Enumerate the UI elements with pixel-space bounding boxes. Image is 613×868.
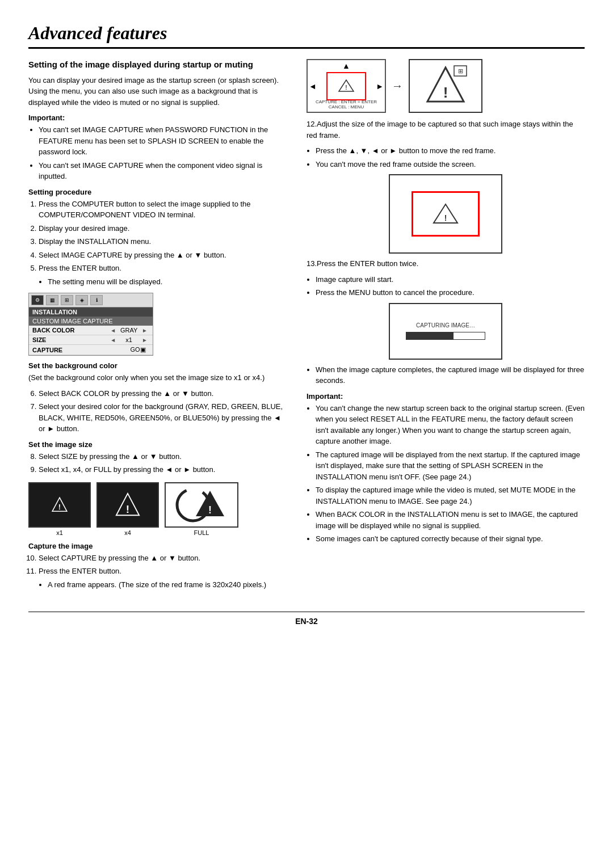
set-size-label: Set the image size	[28, 440, 289, 449]
important2-item-5: Some images can't be captured correctly …	[316, 533, 585, 545]
menu-subheader: CUSTOM IMAGE CAPTURE	[29, 317, 153, 326]
small-warn: !	[338, 79, 355, 93]
label-full: FULL	[194, 529, 209, 536]
menu-icons-row: ⚙ ▦ ⊞ ◈ ℹ	[29, 293, 153, 307]
capture-complete-note: When the image capture completes, the ca…	[316, 364, 585, 386]
menu-value-capture: GO▣	[127, 346, 149, 353]
step-4: Select IMAGE CAPTURE by pressing the ▲ o…	[39, 250, 289, 261]
red-frame-inner: !	[412, 191, 480, 237]
menu-icon-1: ⚙	[31, 295, 44, 305]
menu-label-size: SIZE	[32, 336, 108, 343]
size-images-row: ! x1 ! x4	[28, 482, 289, 536]
menu-value-size: x1	[117, 336, 140, 343]
capture-complete-bullet: When the image capture completes, the ca…	[316, 364, 585, 386]
svg-text:!: !	[444, 213, 447, 222]
progress-bar	[406, 332, 485, 340]
menu-label-capture: CAPTURE	[32, 347, 127, 353]
label-x1: x1	[56, 529, 63, 536]
image-full-item: ! FULL	[165, 482, 238, 536]
menu-arrow-left-1: ◄	[108, 337, 117, 343]
capture-bullet: A red frame appears. (The size of the re…	[48, 579, 289, 591]
red-frame-diagram: !	[389, 174, 502, 254]
svg-text:!: !	[126, 503, 129, 515]
menu-row-size: SIZE ◄ x1 ►	[29, 335, 153, 345]
right-column: ▲ ◄ ► ! CAPTURE : ENTER = ENTERCANCEL : …	[306, 59, 585, 595]
step-11: Press the ENTER button.	[39, 566, 289, 577]
important2-item-1: You can't change the new startup screen …	[316, 403, 585, 447]
capture-enter-label: CAPTURE : ENTER = ENTERCANCEL : MENU	[316, 99, 377, 109]
step-12-text: 12.Adjust the size of the image to be ca…	[306, 119, 585, 141]
bg-steps: Select BACK COLOR by pressing the ▲ or ▼…	[39, 388, 289, 435]
progress-bar-fill	[406, 332, 454, 339]
warn-in-frame: !	[431, 203, 460, 225]
capture-progress-diagram: CAPTURING IMAGE…	[389, 303, 502, 360]
arrow-right-icon: ►	[376, 82, 384, 91]
setting-procedure-label: Setting procedure	[28, 188, 289, 196]
step13-bullet-1: Image capture will start.	[316, 274, 585, 285]
menu-value-back-color: GRAY	[117, 327, 140, 334]
important2-label: Important:	[306, 392, 585, 401]
step-9: Select x1, x4, or FULL by pressing the ◄…	[39, 464, 289, 475]
step12-bullets: Press the ▲, ▼, ◄ or ► button to move th…	[316, 145, 585, 170]
menu-icon-3: ⊞	[61, 295, 73, 305]
section-heading: Setting of the image displayed during st…	[28, 59, 289, 70]
menu-arrow-left-0: ◄	[108, 327, 117, 334]
important2-item-4: When BACK COLOR in the INSTALLATION menu…	[316, 509, 585, 531]
page-number: EN-32	[28, 612, 585, 626]
svg-text:⊞: ⊞	[458, 68, 463, 74]
image-x1-box: !	[28, 482, 91, 528]
important-label: Important:	[28, 113, 289, 122]
step-7: Select your desired color for the backgr…	[39, 401, 289, 435]
menu-row-capture: CAPTURE GO▣	[29, 345, 153, 355]
set-bg-intro: (Set the background color only when you …	[28, 372, 289, 384]
step12-bullet-2: You can't move the red frame outside the…	[316, 159, 585, 170]
warn-icon-full: !	[173, 485, 230, 525]
step-5: Press the ENTER button.	[39, 263, 289, 274]
image-full-box: !	[165, 482, 238, 528]
svg-text:!: !	[58, 503, 61, 511]
image-x1-item: ! x1	[28, 482, 91, 536]
menu-arrow-right-1: ►	[140, 337, 149, 343]
step-5-bullet: The setting menu will be displayed.	[48, 276, 289, 288]
image-x4-item: ! x4	[96, 482, 159, 536]
capture-label: Capture the image	[28, 542, 289, 550]
capturing-label: CAPTURING IMAGE…	[416, 322, 475, 328]
menu-label-back-color: BACK COLOR	[32, 327, 108, 334]
step-3: Display the INSTALLATION menu.	[39, 236, 289, 247]
svg-text:!: !	[443, 84, 448, 101]
menu-header: INSTALLATION	[29, 307, 153, 317]
menu-arrow-right-0: ►	[140, 327, 149, 334]
step-2: Display your desired image.	[39, 223, 289, 234]
important-item-2: You can't set IMAGE CAPTURE when the com…	[39, 160, 289, 182]
intro-text: You can display your desired image as th…	[28, 75, 289, 108]
important2-item-2: The captured image will be displayed fro…	[316, 449, 585, 483]
arrow-left-icon: ◄	[309, 82, 317, 91]
size-steps: Select SIZE by pressing the ▲ or ▼ butto…	[39, 451, 289, 475]
large-warn-icon: ! ⊞	[423, 65, 468, 107]
important2-item-3: To display the captured image while the …	[316, 484, 585, 507]
capture-steps: Select CAPTURE by pressing the ▲ or ▼ bu…	[39, 553, 289, 591]
svg-text:!: !	[345, 85, 347, 91]
step-8: Select SIZE by pressing the ▲ or ▼ butto…	[39, 451, 289, 462]
top-diagram: ▲ ◄ ► ! CAPTURE : ENTER = ENTERCANCEL : …	[306, 59, 585, 113]
connector-arrow: →	[392, 79, 403, 92]
menu-icon-2: ▦	[46, 295, 58, 305]
label-x4: x4	[124, 529, 131, 536]
setting-steps: Press the COMPUTER button to select the …	[39, 199, 289, 288]
page-title: Advanced features	[28, 23, 585, 49]
step12-bullet-1: Press the ▲, ▼, ◄ or ► button to move th…	[316, 145, 585, 157]
step13-bullets: Image capture will start. Press the MENU…	[316, 274, 585, 298]
menu-icon-5: ℹ	[90, 295, 103, 305]
step-10: Select CAPTURE by pressing the ▲ or ▼ bu…	[39, 553, 289, 564]
important-list: You can't set IMAGE CAPTURE when PASSWOR…	[39, 124, 289, 182]
step13-bullet-2: Press the MENU button to cancel the proc…	[316, 287, 585, 298]
image-x4-box: !	[96, 482, 159, 528]
menu-icon-4: ◈	[75, 295, 88, 305]
svg-text:!: !	[208, 504, 212, 516]
important-item-1: You can't set IMAGE CAPTURE when PASSWOR…	[39, 124, 289, 158]
large-warn-box: ! ⊞	[409, 59, 482, 113]
red-frame-small: !	[326, 72, 366, 100]
menu-diagram: ⚙ ▦ ⊞ ◈ ℹ INSTALLATION CUSTOM IMAGE CAPT…	[28, 293, 153, 356]
set-bg-label: Set the background color	[28, 361, 289, 370]
important2-list: You can't change the new startup screen …	[316, 403, 585, 545]
